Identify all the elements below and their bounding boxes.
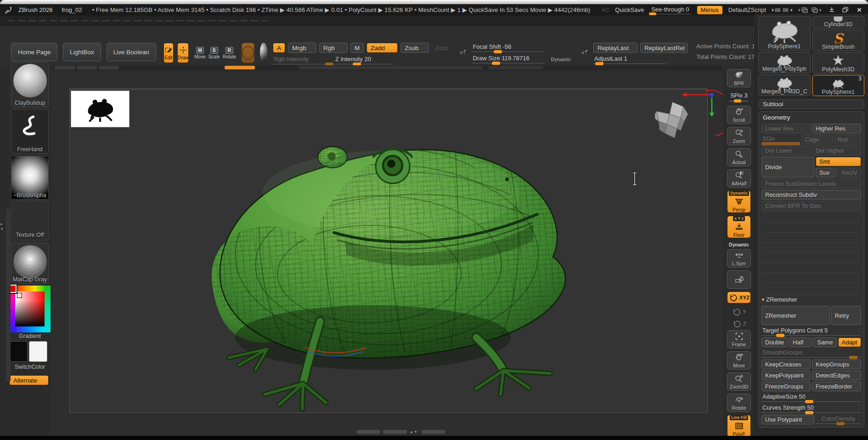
right-shelf-button[interactable] [727, 270, 751, 289]
hue-strip-top[interactable] [15, 286, 45, 291]
menu-item[interactable] [38, 19, 47, 23]
divider-bars-icon[interactable] [772, 7, 793, 13]
right-shelf-button[interactable]: BPR [727, 69, 751, 87]
tool-thumbnail[interactable]: PolySphere1 3 [812, 75, 865, 96]
lightbox-button[interactable]: LightBox [63, 43, 101, 61]
menu-item[interactable] [207, 19, 216, 23]
target-polygons-slider[interactable]: Target Polygons Count 5 [761, 326, 861, 336]
z-intensity-slider[interactable]: Z Intensity 20 [334, 55, 393, 65]
alpha-preview[interactable] [71, 91, 130, 127]
right-shelf-button[interactable]: Move [727, 351, 751, 370]
same-button[interactable]: Same [813, 337, 836, 347]
right-shelf-button[interactable]: Dynamic Persp [727, 190, 751, 213]
divide-button[interactable]: Divide [761, 157, 814, 177]
cage-button[interactable]: Cage [801, 135, 833, 144]
geometry-section-header[interactable] [761, 283, 861, 293]
brush-thumbnail-claybuildup[interactable]: ClayBuildup [11, 62, 49, 107]
tool-thumbnail[interactable]: Cylinder3D [812, 16, 865, 29]
quicksave-button[interactable]: QuickSave [615, 6, 644, 13]
right-shelf-button[interactable]: SPix 3 [727, 90, 751, 103]
rstr-button[interactable]: Rstr [834, 135, 862, 144]
menu-item[interactable] [197, 19, 206, 23]
convert-bpr-button[interactable]: Convert BPR To Geo [761, 201, 861, 211]
shelf-slider-track[interactable] [729, 101, 749, 102]
freeze-subdivision-button[interactable]: Freeze SubDivision Levels [761, 179, 861, 189]
zremesher-button[interactable]: ZRemesher [761, 306, 830, 325]
menu-item[interactable] [165, 19, 174, 23]
suv-toggle[interactable]: Suv [816, 168, 836, 177]
lower-res-button[interactable]: Lower Res [761, 124, 811, 133]
menu-item[interactable] [112, 19, 121, 23]
freezeborder-toggle[interactable]: FreezeBorder [812, 382, 861, 391]
sdiv-slider[interactable]: SDiv [761, 135, 800, 144]
secondary-color-swatch[interactable] [29, 341, 47, 362]
right-shelf-button[interactable]: XYZ [727, 291, 751, 303]
geometry-section-header[interactable] [761, 222, 861, 232]
menus-button[interactable]: Menus [697, 6, 723, 15]
alternate-button[interactable]: Alternate [9, 375, 49, 385]
curves-strength-slider[interactable]: Curves Strength 50 [761, 404, 861, 413]
right-shelf-button[interactable]: Scroll [727, 106, 751, 124]
geometry-section-header[interactable] [761, 252, 861, 263]
freezegroups-toggle[interactable]: FreezeGroups [761, 382, 811, 391]
replay-last-button[interactable]: ReplayLast [593, 43, 637, 53]
menu-item[interactable] [186, 19, 195, 23]
right-shelf-button[interactable]: Y [727, 306, 751, 317]
stroke-thumbnail-freehand[interactable]: FreeHand [11, 109, 49, 154]
alpha-thumbnail-brushalpha[interactable]: ~BrushAlpha [11, 156, 49, 200]
hue-strip-right[interactable] [45, 286, 51, 332]
menu-item[interactable] [28, 19, 37, 23]
draw-mode-button[interactable]: Draw [177, 43, 189, 63]
replay-last-rel-button[interactable]: ReplayLastRel [640, 43, 688, 53]
menu-item[interactable] [80, 19, 90, 23]
subtool-header[interactable]: Subtool [758, 99, 864, 109]
edit-mode-button[interactable]: Edit [163, 43, 174, 63]
menu-item[interactable] [154, 19, 163, 23]
zcut-button[interactable]: Zcut [432, 43, 451, 53]
menu-item[interactable] [239, 19, 248, 23]
menu-item[interactable] [6, 19, 16, 23]
mrgb-button[interactable]: Mrgb [288, 43, 316, 53]
menu-item[interactable] [260, 19, 269, 23]
matcap-thumbnail-gray[interactable]: MatCap Gray [11, 243, 49, 284]
right-shelf-button[interactable]: Rotate [727, 394, 751, 412]
right-shelf-button[interactable]: Line Fill PolyF [727, 415, 751, 436]
live-boolean-button[interactable]: Live Boolean [107, 43, 156, 61]
hue-strip-bottom[interactable] [15, 326, 45, 332]
right-shelf-button[interactable]: Z [727, 318, 751, 329]
right-shelf-button[interactable]: AAHalf [727, 169, 751, 188]
axis-gizmo[interactable] [682, 88, 723, 141]
menu-item[interactable] [17, 19, 26, 23]
menu-item[interactable] [59, 19, 68, 23]
home-page-button[interactable]: Home Page [11, 43, 57, 61]
dynamic-tag[interactable]: Dynamic [551, 57, 571, 62]
keepcreases-toggle[interactable]: KeepCreases [761, 360, 811, 369]
right-shelf-button[interactable]: L.Sym [727, 249, 751, 268]
adapt-toggle[interactable]: Adapt [838, 337, 861, 347]
zsub-button[interactable]: Zsub [400, 43, 429, 53]
shelf-divider-strip[interactable] [53, 65, 722, 70]
color-a-button[interactable]: A [273, 43, 285, 53]
menu-item[interactable] [70, 19, 79, 23]
right-shelf-button[interactable]: Zoom3D [727, 372, 751, 391]
colordensity-slider[interactable]: ColorDensity [816, 415, 861, 424]
keeppolypaint-toggle[interactable]: KeepPolypaint [761, 371, 811, 380]
rgb-intensity-slider[interactable]: Rgb Intensity [273, 55, 332, 65]
menu-item[interactable] [228, 19, 237, 23]
main-color-swatch[interactable] [9, 341, 28, 362]
current-brush-button[interactable] [242, 43, 254, 63]
del-lower-button[interactable]: Del Lower [761, 146, 811, 155]
zremesher-section-header[interactable]: ZRemesher [761, 294, 861, 304]
see-through-slider[interactable]: See-through 0 [649, 6, 691, 14]
default-zscript-button[interactable]: DefaultZScript [728, 6, 766, 13]
geometry-section-header[interactable] [761, 242, 861, 252]
right-shelf-button[interactable]: x Y z Floor [727, 216, 751, 238]
rotate-mode-button[interactable]: R Rotate [223, 43, 236, 63]
adaptivesize-slider[interactable]: AdaptiveSize 50 [761, 393, 861, 402]
texture-thumbnail-off[interactable]: Texture Off [11, 200, 49, 240]
draw-size-slider[interactable]: Draw Size 119.78716 [472, 54, 544, 64]
minimize-button[interactable] [828, 6, 836, 14]
menu-item[interactable] [133, 19, 142, 23]
geometry-section-header[interactable] [761, 232, 861, 242]
scale-mode-button[interactable]: S Scale [209, 43, 220, 63]
